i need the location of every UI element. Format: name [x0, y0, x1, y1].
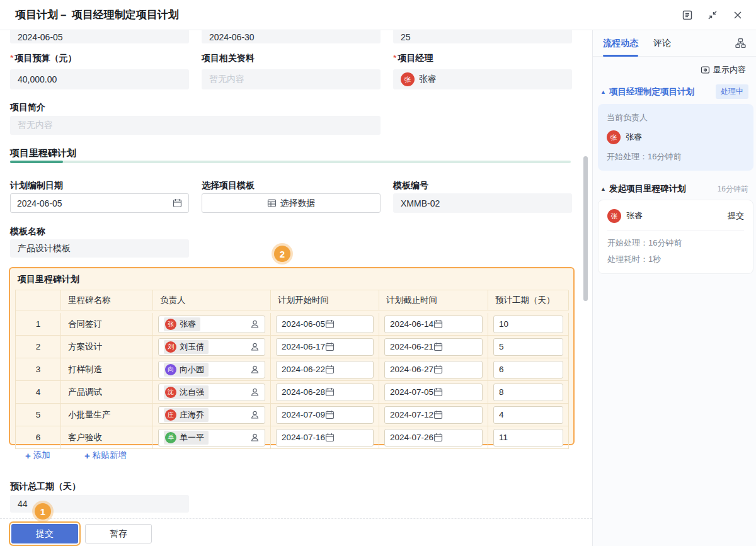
start-date-cell: 2024-07-09 [271, 404, 379, 426]
row-index: 4 [16, 381, 61, 404]
milestone-section-title: 项目里程碑计划 [10, 147, 76, 159]
paste-add-button[interactable]: 粘贴新增 [84, 450, 127, 461]
form-detail-icon[interactable] [682, 9, 693, 21]
manager-name: 张睿 [419, 74, 437, 85]
end-date-input[interactable]: 2024-06-14 [384, 316, 483, 333]
col-header-start: 计划开始时间 [271, 290, 379, 310]
template-name-label: 模板名称 [10, 226, 189, 237]
owner-picker[interactable]: 刘 刘玉倩 [158, 338, 265, 356]
close-icon[interactable] [732, 9, 743, 21]
calendar-icon[interactable] [433, 410, 443, 419]
days-cell: 10 [488, 313, 569, 336]
section-progress-bar [10, 161, 571, 163]
manager-label: 项目经理 [393, 53, 572, 64]
calendar-icon[interactable] [433, 433, 443, 442]
days-input[interactable]: 6 [493, 361, 563, 378]
end-date-input[interactable]: 2024-07-12 [384, 406, 483, 424]
tab-comments[interactable]: 评论 [653, 30, 671, 57]
template-no-label: 模板编号 [393, 180, 572, 191]
days-input[interactable]: 11 [493, 429, 563, 446]
person-picker-icon[interactable] [250, 319, 260, 329]
milestone-name-cell[interactable]: 方案设计 [61, 336, 153, 358]
milestone-name-cell[interactable]: 打样制造 [61, 358, 153, 381]
calendar-icon[interactable] [325, 387, 335, 397]
add-row-button[interactable]: 添加 [25, 450, 50, 461]
history-step-header[interactable]: 发起项目里程碑计划 16分钟前 [593, 174, 756, 200]
start-date-cell: 2024-06-17 [271, 336, 379, 358]
owner-avatar: 向 [165, 364, 176, 375]
calendar-icon[interactable] [325, 342, 335, 351]
owner-cell: 张 张睿 [153, 313, 271, 336]
end-date-input[interactable]: 2024-07-26 [384, 429, 483, 446]
owner-picker[interactable]: 沈 沈自强 [158, 384, 265, 401]
calendar-icon[interactable] [325, 319, 335, 329]
select-data-button[interactable]: 选择数据 [202, 193, 381, 213]
person-picker-icon[interactable] [250, 433, 260, 442]
end-date-input[interactable]: 2024-06-21 [384, 338, 483, 356]
calendar-icon[interactable] [433, 365, 443, 374]
card-divider [607, 230, 744, 230]
start-date-input[interactable]: 2024-07-09 [276, 406, 374, 424]
calendar-icon[interactable] [173, 198, 182, 208]
owner-picker[interactable]: 张 张睿 [158, 316, 265, 333]
collapse-triangle-icon [600, 89, 606, 95]
start-date-input[interactable]: 2024-06-17 [276, 338, 374, 356]
owner-avatar: 庄 [165, 409, 176, 421]
person-picker-icon[interactable] [250, 410, 260, 419]
intro-input[interactable]: 暂无内容 [10, 116, 381, 135]
owner-cell: 沈 沈自强 [153, 381, 271, 404]
calendar-icon[interactable] [433, 319, 443, 329]
calendar-icon[interactable] [433, 342, 443, 351]
calendar-icon[interactable] [325, 410, 335, 419]
history-action: 提交 [728, 210, 744, 222]
calendar-icon[interactable] [325, 433, 335, 442]
milestone-table-title: 项目里程碑计划 [10, 268, 573, 290]
workflow-chart-icon[interactable] [735, 38, 746, 48]
start-date-input[interactable]: 2024-07-16 [276, 429, 374, 446]
owner-picker[interactable]: 单 单一平 [158, 429, 265, 446]
owner-picker[interactable]: 向 向小园 [158, 361, 265, 378]
owner-tag: 向 向小园 [164, 363, 209, 377]
start-date-input[interactable]: 2024-06-22 [276, 361, 374, 378]
tab-flow-activity[interactable]: 流程动态 [603, 30, 638, 57]
milestone-name-cell[interactable]: 小批量生产 [61, 404, 153, 426]
vertical-scrollbar[interactable] [583, 156, 588, 301]
show-content-icon [701, 65, 710, 75]
collapse-window-icon[interactable] [707, 9, 718, 21]
milestone-name-cell[interactable]: 产品调试 [61, 381, 153, 404]
days-input[interactable]: 8 [493, 384, 563, 401]
materials-input[interactable]: 暂无内容 [202, 69, 381, 89]
current-step-header[interactable]: 项目经理制定项目计划 处理中 [593, 76, 756, 104]
calendar-icon[interactable] [433, 387, 443, 397]
days-input[interactable]: 10 [493, 316, 563, 333]
template-no-field: XMMB-02 [393, 193, 572, 213]
save-draft-button[interactable]: 暂存 [85, 524, 152, 543]
row-index: 6 [16, 426, 61, 449]
days-input[interactable]: 4 [493, 406, 563, 424]
person-picker-icon[interactable] [250, 387, 260, 397]
days-cell: 5 [488, 336, 569, 358]
show-content-toggle[interactable]: 显示内容 [593, 57, 756, 76]
end-date-input[interactable]: 2024-07-05 [384, 384, 483, 401]
owner-picker[interactable]: 庄 庄海乔 [158, 406, 265, 424]
avatar: 张 [607, 209, 621, 223]
owner-tag: 张 张睿 [164, 317, 200, 331]
days-input[interactable]: 5 [493, 338, 563, 356]
milestone-name-cell[interactable]: 客户验收 [61, 426, 153, 449]
end-date-input[interactable]: 2024-06-27 [384, 361, 483, 378]
flow-sidebar: 流程动态 评论 显示内容 项目经理制定项目计划 处理中 当前负责人 张 张睿 开… [592, 30, 756, 546]
start-date-input[interactable]: 2024-06-05 [276, 316, 374, 333]
milestone-table-container: 项目里程碑计划 里程碑名称 负责人 计划开始时间 计划截止时间 预计工期（天） … [9, 267, 575, 445]
person-picker-icon[interactable] [250, 342, 260, 351]
col-header-end: 计划截止时间 [379, 290, 488, 310]
budget-input[interactable]: 40,000.00 [10, 69, 189, 89]
person-picker-icon[interactable] [250, 365, 260, 374]
milestone-name-cell[interactable]: 合同签订 [61, 313, 153, 336]
owner-label: 当前负责人 [607, 112, 745, 123]
start-date-input[interactable]: 2024-06-28 [276, 384, 374, 401]
submit-button[interactable]: 提交 [11, 524, 78, 543]
manager-picker[interactable]: 张 张睿 [393, 69, 572, 89]
start-date-cell: 2024-07-16 [271, 426, 379, 449]
plan-date-input[interactable]: 2024-06-05 [10, 193, 189, 213]
calendar-icon[interactable] [325, 365, 335, 374]
